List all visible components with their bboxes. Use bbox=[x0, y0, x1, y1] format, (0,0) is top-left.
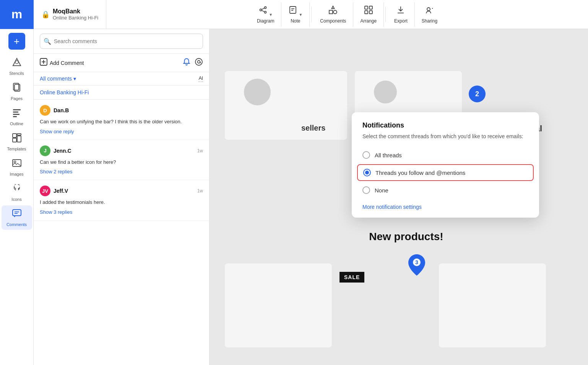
svg-point-2 bbox=[265, 11, 266, 13]
sidebar-item-images[interactable]: Images bbox=[2, 155, 32, 179]
svg-rect-24 bbox=[13, 114, 19, 115]
svg-rect-10 bbox=[365, 6, 368, 9]
templates-label: Templates bbox=[7, 147, 26, 151]
arrange-icon bbox=[364, 5, 373, 17]
project-subtitle: Online Banking Hi-Fi bbox=[53, 15, 98, 21]
icons-icon bbox=[12, 183, 22, 195]
svg-rect-9 bbox=[329, 10, 333, 14]
sale-badge: SALE bbox=[339, 272, 364, 283]
comment-author: J Jenn.C bbox=[40, 145, 71, 156]
add-comment-button[interactable]: Add Comment bbox=[40, 58, 84, 68]
radio-selected-dot bbox=[365, 171, 369, 174]
option-all-threads[interactable]: All threads bbox=[362, 147, 528, 163]
svg-point-39 bbox=[198, 61, 200, 63]
svg-rect-25 bbox=[13, 116, 17, 117]
more-notification-settings-link[interactable]: More notification settings bbox=[362, 204, 528, 210]
topbar-tools: ▼ Diagram ▼ Note bbox=[106, 2, 588, 27]
svg-point-31 bbox=[14, 161, 16, 163]
comments-filter: All comments ▾ Al bbox=[34, 72, 209, 86]
svg-text:3: 3 bbox=[415, 259, 418, 265]
outline-icon bbox=[12, 108, 22, 120]
comment-author: D Dan.B bbox=[40, 105, 69, 116]
sharing-label: Sharing bbox=[422, 18, 437, 24]
topbar-tool-sharing[interactable]: Sharing bbox=[415, 2, 444, 27]
show-replies-button[interactable]: Show 3 replies bbox=[40, 209, 203, 215]
comments-toolbar: Add Comment bbox=[34, 54, 209, 72]
avatar: J bbox=[40, 145, 50, 156]
svg-point-19 bbox=[15, 61, 18, 64]
comment-text: Can we find a better icon for here? bbox=[40, 158, 203, 166]
svg-point-38 bbox=[195, 58, 202, 65]
author-name: Jenn.C bbox=[54, 148, 71, 154]
sidebar-item-outline[interactable]: Outline bbox=[2, 105, 32, 129]
filter-right-label: Al bbox=[198, 75, 203, 82]
pages-icon bbox=[12, 82, 22, 95]
svg-point-1 bbox=[265, 6, 266, 8]
stencils-icon bbox=[12, 57, 22, 69]
diagram-arrow: ▼ bbox=[269, 13, 273, 17]
svg-rect-23 bbox=[13, 111, 18, 113]
chevron-down-icon: ▾ bbox=[73, 76, 76, 82]
svg-rect-29 bbox=[17, 136, 21, 142]
svg-line-4 bbox=[262, 10, 265, 12]
icons-label: Icons bbox=[11, 197, 21, 202]
canvas-card-bottom bbox=[225, 263, 332, 347]
canvas-avatar bbox=[244, 79, 271, 105]
notification-title: Notifications bbox=[362, 121, 528, 129]
topbar: m 🔒 MoqBank Online Banking Hi-Fi ▼ Di bbox=[0, 0, 588, 29]
show-replies-button[interactable]: Show 2 replies bbox=[40, 169, 203, 174]
diagram-icon bbox=[258, 5, 268, 17]
topbar-tool-components[interactable]: Components bbox=[313, 2, 353, 27]
topbar-tool-arrange[interactable]: Arrange bbox=[353, 2, 384, 27]
badge-2-label: 2 bbox=[475, 90, 479, 98]
svg-point-8 bbox=[333, 10, 337, 14]
notification-popup: Notifications Select the comment threads… bbox=[352, 112, 539, 218]
sidebar-item-stencils[interactable]: Stencils bbox=[2, 54, 32, 79]
sellers-text: sellers bbox=[301, 124, 325, 132]
comment-text: Can we work on unifying the bar? I think… bbox=[40, 118, 203, 126]
svg-rect-12 bbox=[365, 11, 368, 14]
diagram-label: Diagram bbox=[257, 18, 274, 24]
arrange-label: Arrange bbox=[360, 18, 377, 24]
bell-icon[interactable] bbox=[182, 58, 191, 68]
sidebar-item-icons[interactable]: Icons bbox=[2, 180, 32, 205]
note-arrow: ▼ bbox=[299, 13, 302, 17]
radio-threads-follow[interactable] bbox=[363, 169, 371, 176]
show-replies-button[interactable]: Show one reply bbox=[40, 129, 203, 134]
radio-all-threads[interactable] bbox=[362, 151, 370, 159]
option-threads-follow[interactable]: Threads you follow and @mentions bbox=[357, 164, 534, 181]
mention-icon[interactable] bbox=[195, 58, 203, 68]
comment-item: D Dan.B Can we work on unifying the bar?… bbox=[34, 100, 209, 140]
topbar-tool-note[interactable]: ▼ Note bbox=[281, 2, 310, 27]
sidebar-item-pages[interactable]: Pages bbox=[2, 79, 32, 104]
project-name-label: Online Banking Hi-Fi bbox=[34, 86, 209, 100]
add-button[interactable]: + bbox=[8, 33, 25, 50]
project-name: MoqBank bbox=[53, 8, 98, 15]
avatar: JV bbox=[40, 186, 50, 196]
notification-options: All threads Threads you follow and @ment… bbox=[362, 147, 528, 198]
sidebar-item-templates[interactable]: Templates bbox=[2, 130, 32, 154]
canvas-pin-3: 3 bbox=[408, 254, 425, 277]
svg-point-15 bbox=[427, 8, 430, 11]
svg-rect-28 bbox=[13, 138, 16, 142]
svg-line-3 bbox=[262, 8, 265, 10]
svg-rect-22 bbox=[13, 109, 21, 110]
project-info: 🔒 MoqBank Online Banking Hi-Fi bbox=[34, 0, 106, 29]
topbar-tool-diagram[interactable]: ▼ Diagram bbox=[250, 2, 281, 27]
avatar: D bbox=[40, 105, 50, 116]
topbar-tool-export[interactable]: Export bbox=[387, 2, 415, 27]
option-none[interactable]: None bbox=[362, 182, 528, 198]
components-icon bbox=[328, 5, 338, 17]
outline-label: Outline bbox=[10, 121, 23, 126]
canvas-area[interactable]: sellers Seasonal 2 New products! SALE 3 … bbox=[210, 29, 588, 365]
app-logo[interactable]: m bbox=[0, 0, 34, 29]
sharing-icon bbox=[425, 5, 434, 17]
author-name: Dan.B bbox=[54, 107, 69, 113]
all-comments-button[interactable]: All comments ▾ bbox=[40, 76, 76, 82]
radio-none[interactable] bbox=[362, 186, 370, 194]
svg-marker-18 bbox=[13, 58, 21, 66]
sidebar-item-comments[interactable]: Comments bbox=[2, 205, 32, 230]
notification-description: Select the comment threads from which yo… bbox=[362, 132, 528, 141]
search-input[interactable] bbox=[40, 34, 203, 49]
comment-item: J Jenn.C 1w Can we find a better icon fo… bbox=[34, 140, 209, 181]
